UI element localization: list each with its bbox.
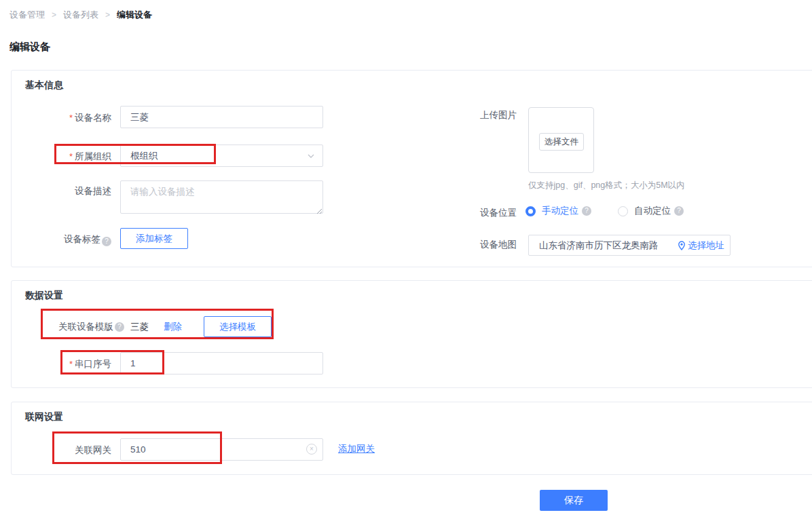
device-map-input[interactable]: 山东省济南市历下区龙奥南路 选择地址 [528, 235, 731, 256]
basic-info-card: 基本信息 *设备名称 *所属组织 根组织 设备描述 设备标签? 添加标签 [11, 70, 812, 267]
chevron-down-icon [307, 152, 315, 162]
device-location-label: 设备位置 [417, 207, 517, 219]
required-mark: * [69, 113, 73, 123]
required-mark: * [69, 151, 73, 161]
upload-hint: 仅支持jpg、gif、png格式；大小为5M以内 [528, 180, 685, 191]
help-icon[interactable]: ? [674, 206, 684, 216]
organization-select[interactable]: 根组织 [120, 145, 323, 167]
add-gateway-link[interactable]: 添加网关 [338, 443, 375, 455]
data-settings-card: 数据设置 关联设备模版 ? 三菱 删除 选择模板 *串口序号 [11, 280, 812, 388]
device-description-textarea[interactable] [120, 180, 323, 214]
choose-file-button[interactable]: 选择文件 [539, 133, 584, 151]
device-name-input[interactable] [120, 106, 323, 128]
linked-gateway-field: × [120, 438, 323, 461]
breadcrumb-edit-device: 编辑设备 [117, 9, 152, 21]
device-map-value: 山东省济南市历下区龙奥南路 [539, 239, 678, 252]
network-settings-section-title: 联网设置 [25, 411, 63, 423]
auto-location-radio-label[interactable]: 自动定位 [634, 205, 671, 217]
linked-gateway-label: 关联网关 [12, 444, 111, 457]
basic-info-section-title: 基本信息 [25, 79, 63, 92]
clear-icon[interactable]: × [306, 444, 317, 455]
breadcrumb-device-list[interactable]: 设备列表 [63, 9, 98, 21]
linked-template-row: 关联设备模版 ? 三菱 删除 选择模板 [58, 316, 272, 337]
page-title: 编辑设备 [10, 41, 50, 54]
delete-template-link[interactable]: 删除 [164, 321, 182, 333]
help-icon[interactable]: ? [115, 322, 124, 332]
upload-image-label: 上传图片 [417, 109, 517, 121]
device-location-radio-group: 手动定位 ? 自动定位 ? [525, 205, 684, 217]
device-description-label: 设备描述 [12, 185, 111, 197]
auto-location-radio[interactable] [618, 206, 628, 216]
choose-address-link[interactable]: 选择地址 [678, 239, 724, 252]
edit-device-page: 设备管理 > 设备列表 > 编辑设备 编辑设备 基本信息 *设备名称 *所属组织… [0, 0, 812, 519]
manual-location-radio-label[interactable]: 手动定位 [542, 205, 578, 217]
linked-template-value: 三菱 [130, 321, 149, 333]
organization-label: *所属组织 [12, 151, 111, 163]
add-tag-button[interactable]: 添加标签 [120, 228, 188, 249]
choose-template-button[interactable]: 选择模板 [204, 316, 272, 337]
breadcrumb: 设备管理 > 设备列表 > 编辑设备 [10, 9, 152, 21]
upload-dropzone[interactable]: 选择文件 [528, 107, 594, 173]
network-settings-card: 联网设置 关联网关 × 添加网关 [11, 402, 812, 475]
breadcrumb-separator-icon: > [105, 10, 110, 20]
organization-select-value: 根组织 [130, 150, 158, 162]
linked-template-label: 关联设备模版 [58, 321, 113, 333]
manual-location-radio[interactable] [525, 206, 536, 216]
breadcrumb-device-management[interactable]: 设备管理 [10, 9, 45, 21]
help-icon[interactable]: ? [582, 206, 591, 216]
save-button[interactable]: 保存 [540, 490, 608, 511]
location-pin-icon [678, 241, 686, 250]
data-settings-section-title: 数据设置 [25, 290, 63, 302]
device-tags-label: 设备标签? [12, 233, 111, 246]
required-mark: * [69, 359, 73, 369]
breadcrumb-separator-icon: > [52, 10, 56, 20]
device-name-label: *设备名称 [12, 112, 111, 124]
device-map-label: 设备地图 [417, 239, 517, 251]
serial-number-input[interactable] [120, 352, 323, 374]
linked-gateway-input[interactable] [120, 438, 323, 461]
serial-number-label: *串口序号 [12, 358, 111, 370]
help-icon[interactable]: ? [102, 237, 111, 246]
